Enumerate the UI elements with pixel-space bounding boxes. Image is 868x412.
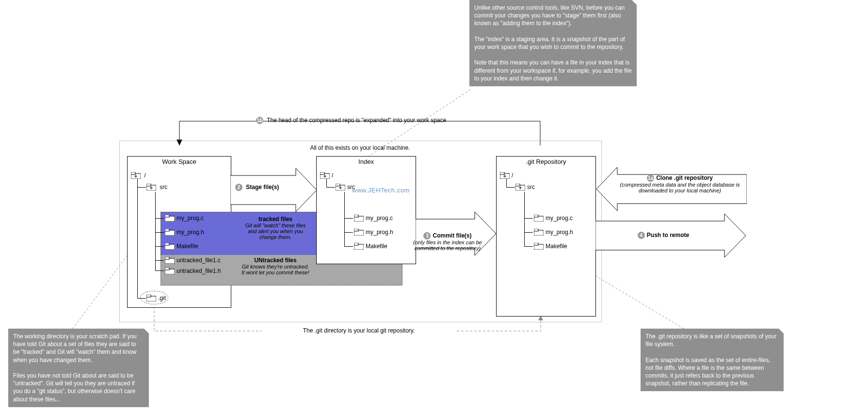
- folder-name: /: [332, 172, 333, 179]
- note-text: Unlike other source control tools, like …: [474, 4, 632, 28]
- folder-icon: [534, 228, 544, 236]
- folder-icon: [146, 183, 156, 190]
- folder-icon: [165, 214, 175, 222]
- untracked-desc: UNtracked files Git knows they're untrac…: [241, 257, 309, 275]
- svg-rect-46: [515, 184, 520, 186]
- folder-icon: [354, 242, 364, 250]
- svg-rect-14: [165, 215, 169, 217]
- folder-icon: [165, 242, 175, 250]
- step-text: The head of the compressed repo is "expa…: [267, 117, 446, 124]
- file-name: untracked_file1.h: [177, 268, 221, 274]
- note-text: The working directory is your scratch pa…: [13, 333, 144, 364]
- file-name: Makefile: [366, 243, 387, 250]
- ws-tree: / src my_prog.c my_prog.h Makefile untra…: [127, 167, 230, 307]
- badge-icon: 1a: [647, 174, 654, 182]
- panel-repo-title: .git Repository: [496, 156, 596, 168]
- file-name: my_prog.c: [366, 215, 393, 222]
- tracked-text: Git will "watch" these files and alert y…: [241, 222, 309, 240]
- note-text: The .git repository is like a set of sna…: [645, 333, 779, 348]
- file-name: my_prog.c: [177, 215, 204, 222]
- folder-icon: [534, 214, 544, 222]
- svg-rect-42: [500, 172, 504, 174]
- git-dir-caption: The .git directory is your local git rep…: [262, 327, 456, 334]
- folder-name: /: [144, 172, 145, 179]
- folder-icon: [165, 267, 175, 274]
- svg-rect-22: [165, 268, 169, 270]
- commit-label: 3Commit file(s) (only files in the index…: [406, 232, 489, 251]
- folder-icon: [354, 214, 364, 222]
- svg-rect-16: [165, 229, 169, 231]
- svg-rect-27: [320, 172, 324, 174]
- clone-text: Clone .git repository: [656, 174, 713, 181]
- file-name: my_prog.h: [546, 229, 573, 236]
- folder-icon: [131, 172, 141, 179]
- svg-rect-35: [354, 215, 358, 217]
- folder-icon: [336, 183, 345, 190]
- svg-rect-20: [165, 257, 169, 259]
- folder-icon: [354, 228, 364, 236]
- file-name: my_prog.h: [366, 229, 393, 236]
- note-text: Each snapshot is saved as the set of ent…: [645, 356, 779, 388]
- folder-icon: [165, 256, 175, 264]
- folder-name: src: [160, 184, 167, 190]
- clone-desc: (compressed meta data and the object dat…: [615, 182, 745, 193]
- step-1b: 1b The head of the compressed repo is "e…: [256, 117, 446, 124]
- note-text: The "index" is a staging area. It is a s…: [474, 35, 632, 51]
- note-text: Note that this means you can have a file…: [474, 59, 632, 82]
- folder-icon: [534, 242, 544, 250]
- folder-name: src: [527, 184, 535, 190]
- file-name: my_prog.c: [546, 215, 573, 222]
- commit-text: Commit file(s): [433, 232, 471, 239]
- svg-rect-50: [534, 215, 538, 217]
- folder-icon: [320, 172, 330, 179]
- push-text: Push to remote: [647, 232, 689, 238]
- folder-icon: [515, 183, 525, 190]
- svg-rect-31: [336, 184, 340, 186]
- repo-tree: / src my_prog.c my_prog.h Makefile: [496, 167, 595, 264]
- svg-rect-39: [354, 243, 358, 245]
- svg-rect-54: [534, 243, 538, 245]
- svg-rect-6: [131, 172, 135, 174]
- folder-icon: [165, 228, 175, 236]
- stage-text: Stage file(s): [246, 184, 279, 190]
- note-text: Files you have not told Git about are sa…: [13, 372, 144, 403]
- note-repo: The .git repository is like a set of sna…: [641, 329, 784, 391]
- svg-rect-37: [354, 229, 358, 231]
- file-name: Makefile: [177, 243, 198, 250]
- note-workspace: The working directory is your scratch pa…: [8, 329, 149, 407]
- svg-rect-10: [146, 184, 151, 186]
- badge-icon: 1b: [256, 117, 263, 124]
- panel-index-title: Index: [316, 156, 416, 168]
- badge-icon: 4: [638, 232, 645, 239]
- badge-icon: 3: [423, 232, 431, 239]
- badge-icon: 2: [235, 184, 242, 191]
- folder-name: /: [512, 172, 513, 179]
- tracked-title: tracked files: [241, 216, 309, 222]
- local-machine-caption: All of this exists on your local machine…: [119, 144, 601, 151]
- svg-rect-52: [534, 229, 538, 231]
- stage-label: 2 Stage file(s): [235, 184, 279, 191]
- tracked-desc: tracked files Git will "watch" these fil…: [241, 216, 309, 240]
- untracked-text: Git knows they're untracked. It wont let…: [241, 264, 309, 275]
- git-ellipse: [140, 291, 168, 304]
- svg-rect-18: [165, 243, 169, 245]
- folder-icon: [500, 172, 510, 179]
- file-name: my_prog.h: [177, 229, 204, 236]
- panel-workspace-title: Work Space: [127, 156, 231, 168]
- watermark: www.JEHTech.com: [352, 187, 410, 194]
- note-index: Unlike other source control tools, like …: [469, 0, 637, 86]
- file-name: untracked_file1.c: [177, 257, 221, 264]
- commit-desc: (only files in the index can be committe…: [406, 239, 489, 251]
- idx-tree: / src my_prog.c my_prog.h Makefile: [316, 167, 415, 264]
- push-label: 4Push to remote: [595, 232, 731, 239]
- untracked-title: UNtracked files: [241, 257, 309, 264]
- clone-label: 1aClone .git repository (compressed meta…: [615, 174, 745, 193]
- file-name: Makefile: [546, 243, 567, 250]
